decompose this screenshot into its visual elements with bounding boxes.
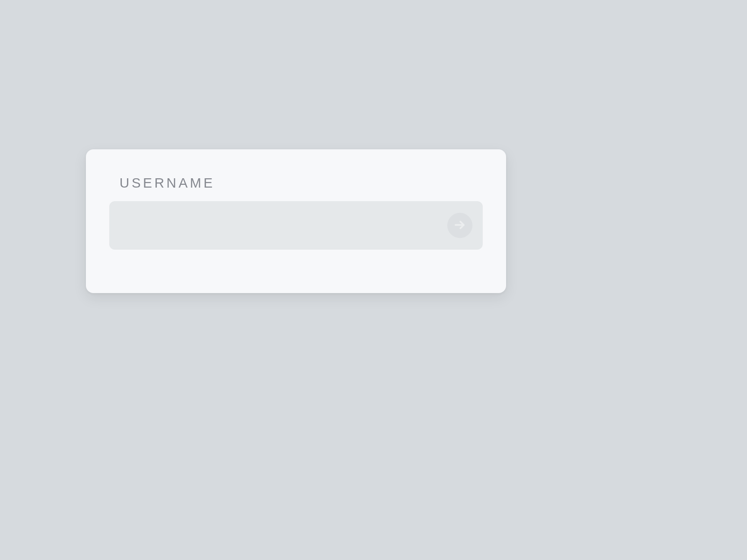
- username-input-wrapper: [109, 201, 483, 250]
- submit-button[interactable]: [447, 213, 472, 238]
- username-input[interactable]: [109, 201, 483, 250]
- username-card: USERNAME: [86, 149, 506, 293]
- username-label: USERNAME: [120, 175, 483, 191]
- arrow-right-icon: [453, 218, 466, 233]
